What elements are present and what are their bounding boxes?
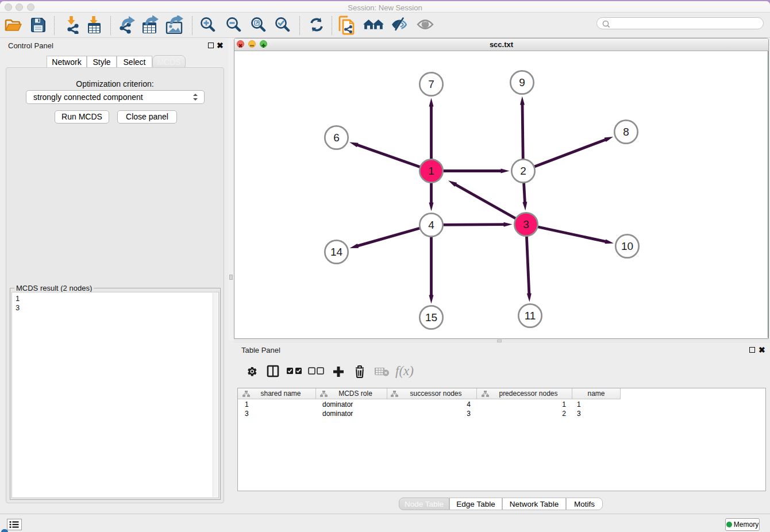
svg-text:15: 15	[425, 311, 437, 323]
svg-text:3: 3	[523, 218, 529, 230]
svg-text:8: 8	[623, 126, 629, 138]
svg-text:2: 2	[520, 165, 526, 177]
svg-text:7: 7	[428, 78, 434, 90]
svg-text:14: 14	[330, 246, 343, 258]
svg-text:6: 6	[333, 132, 340, 144]
svg-text:11: 11	[525, 310, 536, 322]
svg-text:1: 1	[428, 165, 434, 177]
svg-text:9: 9	[519, 76, 525, 88]
svg-text:4: 4	[428, 219, 434, 231]
svg-text:10: 10	[621, 240, 633, 252]
